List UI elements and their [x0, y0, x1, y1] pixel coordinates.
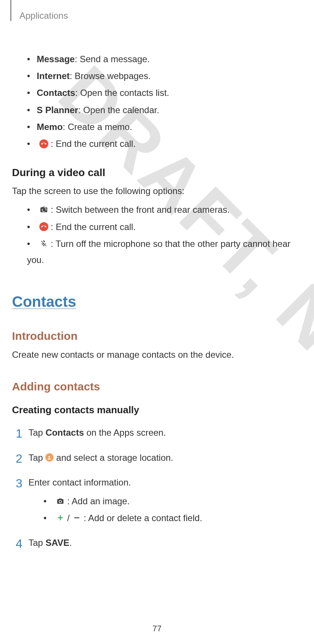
item-desc: : Send a message.: [75, 54, 150, 64]
contacts-title: Contacts: [12, 293, 304, 310]
step-number: 3: [16, 474, 22, 493]
list-item: Contacts: Open the contacts list.: [27, 85, 304, 101]
step-sub-list: : Add an image. / : Add or delete a cont…: [28, 494, 304, 525]
introduction-body: Create new contacts or manage contacts o…: [12, 348, 304, 362]
item-label: Contacts: [37, 88, 75, 98]
page-header-title: Applications: [19, 10, 68, 21]
item-label: Memo: [37, 122, 63, 132]
step-number: 4: [16, 534, 22, 553]
item-desc: : Open the calendar.: [78, 105, 159, 115]
creating-manually-heading: Creating contacts manually: [12, 404, 304, 416]
list-item: : End the current call.: [27, 219, 304, 235]
sub-desc: : Add an image.: [65, 496, 130, 506]
step-bold: Contacts: [45, 427, 84, 438]
sub-item: / : Add or delete a contact field.: [43, 511, 304, 525]
video-call-heading: During a video call: [12, 167, 304, 179]
add-contact-icon: [45, 453, 54, 462]
plus-icon: [56, 513, 65, 522]
page-number: 77: [0, 624, 314, 634]
step-text: Enter contact information.: [28, 477, 131, 487]
step-bold: SAVE: [45, 538, 69, 548]
end-call-icon: [39, 139, 48, 148]
list-item: S Planner: Open the calendar.: [27, 102, 304, 118]
item-label: S Planner: [37, 105, 78, 115]
step-text: on the Apps screen.: [84, 427, 166, 438]
steps-list: 1 Tap Contacts on the Apps screen. 2 Tap…: [10, 426, 304, 550]
step-text: Tap: [28, 538, 45, 548]
step-text: .: [69, 538, 72, 548]
item-desc: : Browse webpages.: [70, 71, 151, 81]
sub-desc: : Add or delete a contact field.: [81, 513, 202, 523]
list-item: Memo: Create a memo.: [27, 119, 304, 135]
minus-icon: [72, 513, 81, 522]
camera-icon: [56, 497, 65, 506]
page-content: Applications Message: Send a message. In…: [0, 0, 314, 550]
list-item: : Turn off the microphone so that the ot…: [27, 236, 304, 268]
step-text: and select a storage location.: [54, 453, 173, 463]
switch-camera-icon: [39, 205, 48, 214]
step-item: 4 Tap SAVE.: [16, 536, 304, 550]
introduction-heading: Introduction: [12, 330, 304, 342]
step-text: Tap: [28, 453, 45, 463]
step-number: 2: [16, 449, 22, 468]
svg-point-0: [48, 456, 50, 457]
step-item: 1 Tap Contacts on the Apps screen.: [16, 426, 304, 440]
list-item: Message: Send a message.: [27, 51, 304, 67]
list-item: : End the current call.: [27, 136, 304, 152]
mic-off-icon: [39, 239, 48, 248]
step-item: 3 Enter contact information. : Add an im…: [16, 475, 304, 525]
item-desc: : End the current call.: [48, 139, 136, 149]
adding-contacts-heading: Adding contacts: [12, 380, 304, 393]
item-desc: : Open the contacts list.: [75, 88, 169, 98]
item-label: Internet: [37, 71, 70, 81]
item-desc: : Create a memo.: [63, 122, 132, 132]
list-item: : Switch between the front and rear came…: [27, 202, 304, 218]
item-desc: : End the current call.: [48, 222, 136, 232]
options-list: Message: Send a message. Internet: Brows…: [10, 51, 304, 152]
item-label: Message: [37, 54, 75, 64]
sub-desc: /: [65, 513, 72, 523]
video-call-intro: Tap the screen to use the following opti…: [12, 184, 304, 198]
video-call-options: : Switch between the front and rear came…: [10, 202, 304, 268]
step-text: Tap: [28, 427, 45, 438]
end-call-icon: [39, 222, 48, 231]
step-item: 2 Tap and select a storage location.: [16, 451, 304, 465]
header-bar: Applications: [10, 0, 304, 21]
sub-item: : Add an image.: [43, 494, 304, 508]
item-desc: : Turn off the microphone so that the ot…: [27, 239, 290, 265]
list-item: Internet: Browse webpages.: [27, 68, 304, 84]
step-number: 1: [16, 424, 22, 443]
item-desc: : Switch between the front and rear came…: [48, 205, 230, 215]
